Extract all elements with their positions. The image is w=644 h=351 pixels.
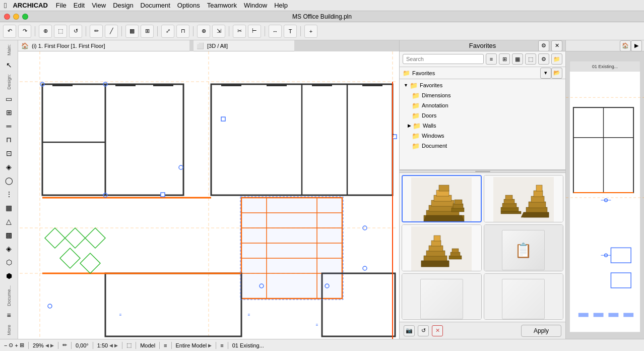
- fill-tool-button[interactable]: ▩: [2, 229, 16, 242]
- rotate-button[interactable]: ↺: [69, 25, 82, 38]
- polyline-button[interactable]: ⤢: [161, 25, 174, 38]
- svg-rect-82: [424, 256, 447, 261]
- text-button[interactable]: T: [284, 25, 297, 38]
- move-button[interactable]: ⊕: [197, 25, 210, 38]
- arrow-tool-button[interactable]: ↖: [2, 58, 16, 71]
- undo-button[interactable]: ↶: [3, 25, 16, 38]
- zoom-fit-button[interactable]: ⊙: [9, 342, 13, 348]
- column-tool-button[interactable]: ⊞: [2, 106, 16, 119]
- menu-document[interactable]: Document: [141, 2, 170, 9]
- zoom-window-button[interactable]: ⊞: [20, 342, 24, 348]
- fav-item-stair-top[interactable]: 3-Flight Stair 360cm - Tread 30 Riser 16…: [402, 224, 482, 271]
- fav-tree-doors[interactable]: 📁 Doors: [400, 110, 565, 121]
- morph-tool-button[interactable]: ⬡: [2, 256, 16, 269]
- floor-plan-svg: ≡ ≡ ≡ ↑: [18, 51, 399, 339]
- fav-tree-root[interactable]: ▼ 📁 Favorites: [400, 80, 565, 90]
- offset-button[interactable]: ⊓: [176, 25, 189, 38]
- floor-number-label[interactable]: 01 Existing...: [232, 342, 264, 348]
- apple-menu[interactable]: : [4, 1, 7, 10]
- fav-grid-view-button[interactable]: ⊞: [499, 53, 510, 65]
- fav-delete-button[interactable]: ✕: [432, 325, 443, 336]
- fav-options-button[interactable]: ⚙: [538, 53, 549, 65]
- grid-button[interactable]: ⊞: [141, 25, 154, 38]
- document-section-label: Docume...: [7, 283, 12, 308]
- dimension-button[interactable]: ↔: [269, 25, 282, 38]
- fav-camera-button[interactable]: 📷: [404, 325, 415, 336]
- fav-walls-arrow: ▶: [408, 123, 411, 128]
- canvas-area[interactable]: 🏠 (i) 1. First Floor [1. First Floor] ⬜ …: [18, 40, 399, 339]
- model-label[interactable]: Model: [140, 342, 155, 348]
- menu-window[interactable]: Window: [244, 2, 267, 9]
- wall-tool-button[interactable]: ▭: [2, 93, 16, 105]
- zoom-in-button[interactable]: +: [15, 342, 18, 348]
- fav-apply-button[interactable]: Apply: [521, 325, 561, 337]
- zone-tool-button[interactable]: ◈: [2, 243, 16, 255]
- zoom-arrow-left[interactable]: ◀: [45, 343, 49, 348]
- lamp-tool-button[interactable]: ◯: [2, 174, 16, 187]
- menu-help[interactable]: Help: [274, 2, 288, 9]
- fav-item-annotation[interactable]: 📋 Annotation: [484, 224, 564, 271]
- fav-tree-document[interactable]: 📁 Document: [400, 141, 565, 151]
- sb-sep-6: [136, 342, 136, 349]
- shell-tool-button[interactable]: ⬢: [2, 270, 16, 282]
- menu-file[interactable]: File: [56, 2, 67, 9]
- maximize-button[interactable]: [22, 14, 28, 20]
- menu-edit[interactable]: Edit: [74, 2, 85, 9]
- zoom-level[interactable]: 29%: [33, 342, 44, 348]
- fav-item-folder-1[interactable]: [402, 273, 482, 320]
- close-button[interactable]: [4, 14, 10, 20]
- select-tool-button[interactable]: ⊕: [39, 25, 52, 38]
- zoom-out-button[interactable]: −: [4, 342, 7, 348]
- roof-tool-button[interactable]: △: [2, 215, 16, 228]
- fav-tree-windows[interactable]: 📁 Windows: [400, 131, 565, 141]
- favorites-close-button[interactable]: ✕: [551, 40, 562, 51]
- minimize-button[interactable]: [13, 14, 19, 20]
- slab-tool-button[interactable]: ▦: [2, 202, 16, 214]
- fav-tree-annotation[interactable]: 📁 Annotation: [400, 100, 565, 110]
- fav-item-stair-general[interactable]: 3-Flight Stair 360cm - Tread 30 Riser 16…: [484, 175, 564, 222]
- doc-tool-button[interactable]: ≡: [2, 309, 16, 322]
- zoom-arrow-right[interactable]: ▶: [50, 343, 54, 348]
- favorites-search-input[interactable]: [403, 54, 484, 64]
- favorites-add-folder-button[interactable]: 📂: [551, 68, 562, 79]
- menu-view[interactable]: View: [92, 2, 106, 9]
- right-panel-expand-button[interactable]: ▶: [631, 40, 642, 51]
- split-button[interactable]: ✂: [233, 25, 246, 38]
- fav-tree-dimensions[interactable]: 📁 Dimensions: [400, 90, 565, 100]
- menu-options[interactable]: Options: [177, 2, 200, 9]
- menu-teamwork[interactable]: Teamwork: [207, 2, 237, 9]
- hatch-button[interactable]: ▩: [125, 25, 139, 38]
- fav-medium-grid-button[interactable]: ▦: [512, 53, 523, 65]
- fav-large-grid-button[interactable]: ⬚: [525, 53, 536, 65]
- zoom-in-button[interactable]: +: [304, 25, 317, 38]
- fav-item-thumb-stair-bottom: [403, 176, 481, 222]
- fav-list-view-button[interactable]: ≡: [486, 53, 497, 65]
- fav-tree-walls[interactable]: ▶ 📁 Walls: [400, 121, 565, 131]
- fav-item-stair-bottom[interactable]: 3-Flight Stair 360cm - Tread 30 Riser 16…: [402, 175, 482, 222]
- door-tool-button[interactable]: ⊓: [2, 134, 16, 146]
- favorites-settings-button[interactable]: ⚙: [538, 40, 549, 51]
- redo-button[interactable]: ↷: [18, 25, 31, 38]
- entire-model-label[interactable]: Entire Model: [176, 342, 207, 348]
- object-tool-button[interactable]: ◈: [2, 161, 16, 173]
- stair-tool-button[interactable]: ⋮: [2, 188, 16, 201]
- fav-item-folder-2[interactable]: [484, 273, 564, 320]
- trim-button[interactable]: ⊢: [248, 25, 261, 38]
- line-button[interactable]: ╱: [105, 25, 118, 38]
- scale-arrow-right[interactable]: ▶: [114, 343, 118, 348]
- layer-icon: ≡: [164, 342, 167, 348]
- layer-arrow[interactable]: ▶: [208, 343, 212, 348]
- beam-tool-button[interactable]: ═: [2, 120, 16, 133]
- menu-design[interactable]: Design: [113, 2, 133, 9]
- right-panel-home-button[interactable]: 🏠: [620, 40, 631, 51]
- scale-value[interactable]: 1:50: [97, 342, 108, 348]
- window-tool-button[interactable]: ⊡: [2, 147, 16, 160]
- fav-refresh-button[interactable]: ↺: [418, 325, 429, 336]
- stretch-button[interactable]: ⇲: [212, 25, 225, 38]
- rotation-value[interactable]: 0,00°: [76, 342, 89, 348]
- fav-folder-button[interactable]: 📁: [551, 53, 562, 65]
- pencil-button[interactable]: ✏: [90, 25, 103, 38]
- marquee-button[interactable]: ⬚: [54, 25, 67, 38]
- favorites-dropdown-button[interactable]: ▾: [540, 68, 551, 79]
- scale-arrow-left[interactable]: ◀: [109, 343, 113, 348]
